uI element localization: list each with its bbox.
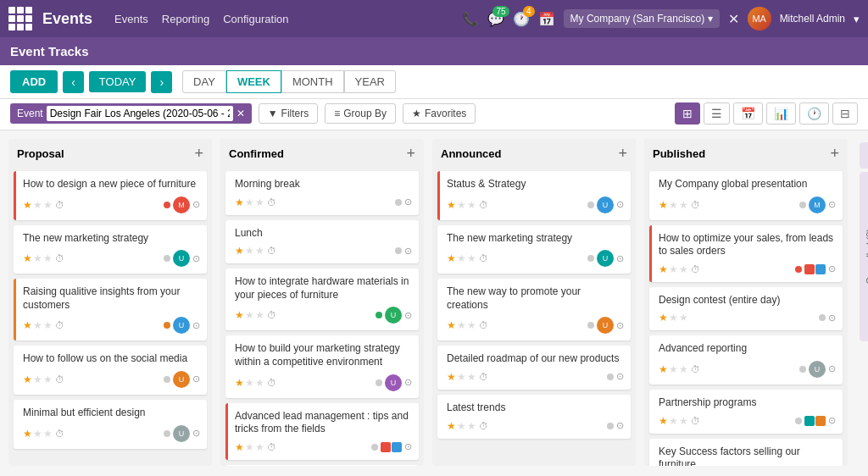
next-button[interactable]: › [151, 71, 172, 93]
star-2[interactable]: ★ [33, 428, 42, 440]
nav-configuration[interactable]: Configuration [223, 13, 288, 25]
star-2[interactable]: ★ [33, 374, 42, 385]
star-1[interactable]: ★ [447, 199, 456, 211]
star-1[interactable]: ★ [447, 252, 456, 264]
card-published-6[interactable]: Key Success factors selling our furnitur… [649, 439, 843, 466]
user-avatar[interactable]: MA [748, 7, 771, 30]
user-menu-arrow[interactable]: ▾ [854, 13, 860, 25]
star-1[interactable]: ★ [23, 374, 32, 385]
star-2[interactable]: ★ [33, 252, 42, 264]
star-3[interactable]: ★ [679, 415, 688, 427]
star-3[interactable]: ★ [43, 252, 53, 264]
card-confirmed-1[interactable]: Morning break ★ ★ ★ ⏱ ⊙ [225, 171, 419, 215]
calendar-icon[interactable]: 📅 [538, 11, 555, 27]
more-options-icon[interactable]: ⋮ [863, 147, 868, 163]
star-2[interactable]: ★ [33, 199, 42, 211]
star-2[interactable]: ★ [457, 371, 466, 383]
action-icon[interactable]: ⊙ [616, 320, 624, 331]
star-3[interactable]: ★ [43, 374, 53, 385]
group-by-button[interactable]: ≡ Group By [325, 103, 396, 124]
card-published-1[interactable]: My Company global presentation ★ ★ ★ ⏱ M… [649, 171, 843, 220]
user-name[interactable]: Mitchell Admin [780, 13, 845, 25]
action-icon[interactable]: ⊙ [616, 199, 624, 210]
action-icon[interactable]: ⊙ [828, 415, 836, 426]
star-2[interactable]: ★ [457, 252, 466, 264]
star-1[interactable]: ★ [23, 319, 32, 331]
filter-remove-icon[interactable]: ✕ [236, 108, 245, 119]
star-1[interactable]: ★ [447, 371, 456, 383]
action-icon[interactable]: ⊙ [404, 377, 412, 388]
star-1[interactable]: ★ [235, 441, 244, 453]
action-icon[interactable]: ⊙ [616, 371, 624, 382]
action-icon[interactable]: ⊙ [828, 199, 836, 210]
action-icon[interactable]: ⊙ [616, 253, 624, 264]
card-published-5[interactable]: Partnership programs ★ ★ ★ ⏱ [649, 390, 843, 434]
action-icon[interactable]: ⊙ [404, 196, 412, 208]
clock-view-btn[interactable]: 🕐 [799, 102, 829, 125]
more-view-btn[interactable]: ⊟ [832, 102, 858, 125]
star-3[interactable]: ★ [679, 312, 688, 324]
col-add-confirmed[interactable]: + [406, 146, 415, 161]
kanban-view-btn[interactable]: ⊞ [675, 102, 700, 125]
tab-week[interactable]: WEEK [226, 70, 281, 93]
col-add-announced[interactable]: + [618, 146, 627, 161]
star-3[interactable]: ★ [255, 196, 264, 208]
star-1[interactable]: ★ [659, 363, 668, 375]
card-confirmed-2[interactable]: Lunch ★ ★ ★ ⏱ ⊙ [225, 220, 419, 264]
col-add-published[interactable]: + [830, 146, 839, 161]
close-icon[interactable]: ✕ [728, 11, 739, 27]
action-icon[interactable]: ⊙ [192, 428, 200, 439]
star-1[interactable]: ★ [235, 377, 244, 389]
star-3[interactable]: ★ [467, 371, 476, 383]
nav-events[interactable]: Events [114, 13, 148, 25]
card-proposal-5[interactable]: Minimal but efficient design ★ ★ ★ ⏱ U ⊙ [14, 400, 207, 449]
star-3[interactable]: ★ [679, 263, 688, 275]
favorites-button[interactable]: ★ Favorites [403, 103, 476, 124]
star-1[interactable]: ★ [659, 263, 668, 275]
star-2[interactable]: ★ [245, 245, 254, 257]
action-icon[interactable]: ⊙ [192, 320, 200, 331]
star-3[interactable]: ★ [255, 441, 264, 453]
card-confirmed-4[interactable]: How to build your marketing strategy wit… [225, 335, 419, 397]
star-1[interactable]: ★ [659, 312, 668, 324]
prev-button[interactable]: ‹ [63, 71, 84, 93]
star-3[interactable]: ★ [43, 319, 53, 331]
star-2[interactable]: ★ [245, 309, 254, 321]
list-view-btn[interactable]: ☰ [704, 102, 730, 125]
app-grid-icon[interactable] [8, 7, 32, 30]
star-2[interactable]: ★ [669, 363, 678, 375]
card-announced-2[interactable]: The new marketing strategy ★ ★ ★ ⏱ U ⊙ [437, 225, 631, 274]
star-3[interactable]: ★ [679, 363, 688, 375]
star-2[interactable]: ★ [669, 199, 678, 211]
card-proposal-2[interactable]: The new marketing strategy ★ ★ ★ ⏱ U ⊙ [14, 225, 207, 274]
tab-month[interactable]: MONTH [281, 70, 344, 93]
star-3[interactable]: ★ [43, 428, 53, 440]
filter-tag[interactable]: Event ✕ [10, 103, 252, 124]
action-icon[interactable]: ⊙ [404, 246, 412, 257]
card-published-2[interactable]: How to optimize your sales, from leads t… [649, 225, 843, 282]
filters-button[interactable]: ▼ Filters [259, 103, 319, 124]
action-icon[interactable]: ⊙ [828, 313, 836, 324]
tab-day[interactable]: DAY [182, 70, 226, 93]
today-button[interactable]: TODAY [89, 71, 147, 92]
action-icon[interactable]: ⊙ [404, 310, 412, 321]
card-confirmed-5[interactable]: Advanced lead management : tips and tric… [225, 403, 419, 460]
star-3[interactable]: ★ [255, 377, 264, 389]
star-2[interactable]: ★ [245, 441, 254, 453]
card-confirmed-3[interactable]: How to integrate hardware materials in y… [225, 268, 419, 330]
card-announced-4[interactable]: Detailed roadmap of our new products ★ ★… [437, 346, 631, 390]
star-2[interactable]: ★ [669, 312, 678, 324]
star-1[interactable]: ★ [659, 415, 668, 427]
phone-icon[interactable]: 📞 [462, 11, 479, 27]
star-3[interactable]: ★ [467, 319, 476, 331]
card-published-3[interactable]: Design contest (entire day) ★ ★ ★ ⊙ [649, 287, 843, 331]
action-icon[interactable]: ⊙ [404, 441, 412, 452]
action-icon[interactable]: ⊙ [616, 420, 624, 431]
star-3[interactable]: ★ [467, 420, 476, 432]
star-2[interactable]: ★ [457, 199, 466, 211]
card-confirmed-6[interactable]: New Certification Program ★ ★ ★ ⏱ U ⊙ [225, 465, 419, 466]
nav-reporting[interactable]: Reporting [162, 13, 209, 25]
star-1[interactable]: ★ [235, 245, 244, 257]
star-2[interactable]: ★ [457, 319, 466, 331]
star-3[interactable]: ★ [43, 199, 53, 211]
